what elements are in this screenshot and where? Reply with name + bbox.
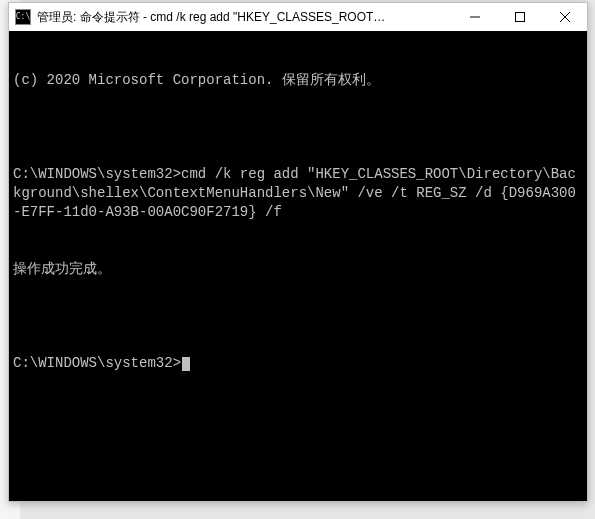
terminal-line: C:\WINDOWS\system32>cmd /k reg add "HKEY… — [13, 165, 583, 222]
minimize-icon — [470, 12, 480, 22]
cmd-icon: C:\ — [15, 9, 31, 25]
close-button[interactable] — [542, 3, 587, 31]
terminal-cursor — [182, 357, 190, 371]
titlebar[interactable]: C:\ 管理员: 命令提示符 - cmd /k reg add "HKEY_CL… — [9, 3, 587, 31]
minimize-button[interactable] — [452, 3, 497, 31]
terminal-prompt-line: C:\WINDOWS\system32> — [13, 354, 583, 373]
terminal-area[interactable]: (c) 2020 Microsoft Corporation. 保留所有权利。 … — [9, 31, 587, 501]
terminal-line: 操作成功完成。 — [13, 260, 583, 279]
cmd-window: C:\ 管理员: 命令提示符 - cmd /k reg add "HKEY_CL… — [8, 2, 588, 502]
terminal-prompt: C:\WINDOWS\system32> — [13, 355, 181, 371]
maximize-icon — [515, 12, 525, 22]
window-title: 管理员: 命令提示符 - cmd /k reg add "HKEY_CLASSE… — [37, 9, 387, 26]
maximize-button[interactable] — [497, 3, 542, 31]
terminal-line: (c) 2020 Microsoft Corporation. 保留所有权利。 — [13, 71, 583, 90]
close-icon — [560, 12, 570, 22]
svg-rect-4 — [515, 13, 524, 22]
